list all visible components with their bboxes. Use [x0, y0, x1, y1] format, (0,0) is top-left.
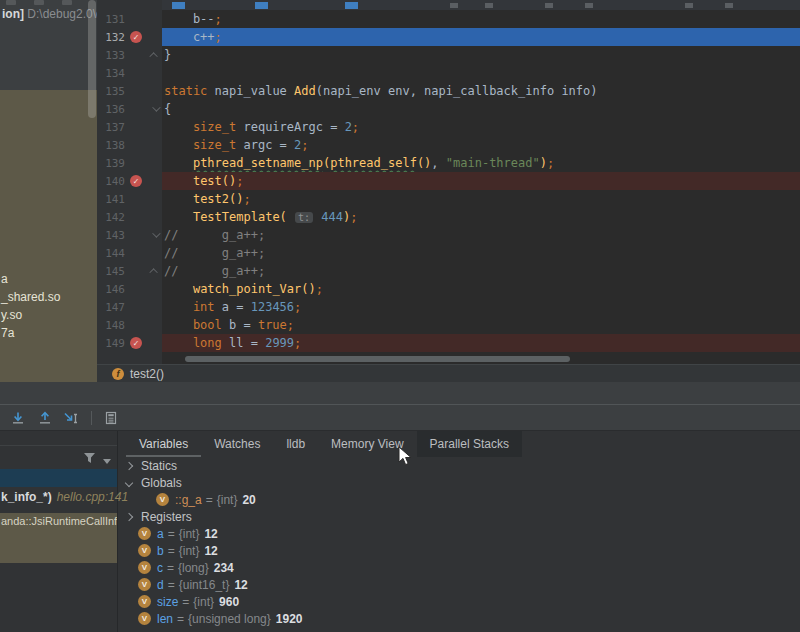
code-line[interactable]: 136{ [97, 100, 800, 118]
upload-icon[interactable] [37, 410, 53, 426]
breakpoint-icon[interactable]: ✓ [130, 337, 142, 349]
variable-row[interactable]: Vsize={int}960 [119, 593, 800, 610]
code-token: "main-thread" [446, 156, 540, 170]
variable-row[interactable]: Vlen={unsigned long}1920 [119, 610, 800, 627]
tree-section-globals[interactable]: Globals [119, 474, 800, 491]
horizontal-scrollbar[interactable] [185, 356, 570, 362]
variable-row[interactable]: V::g_a={int}20 [119, 491, 800, 508]
code-token: c++ [164, 30, 215, 44]
line-number[interactable]: 144 [97, 247, 125, 260]
code-editor[interactable]: 131 b--;132✓ c++;133}134135static napi_v… [97, 0, 800, 382]
fold-gutter[interactable] [147, 268, 162, 274]
code-token: 444 [314, 210, 343, 224]
tab-variables[interactable]: Variables [126, 431, 201, 457]
evaluate-grid-icon[interactable] [103, 410, 119, 426]
code-text: static napi_value Add(napi_env env, napi… [162, 82, 800, 100]
fold-marker-icon[interactable] [149, 268, 157, 276]
chevron-right-icon[interactable] [125, 461, 133, 469]
scrollbar-thumb[interactable] [88, 0, 96, 118]
code-token: napi_value [207, 84, 294, 98]
function-icon: f [112, 368, 124, 380]
code-line[interactable]: 138 size_t argc = 2; [97, 136, 800, 154]
breakpoint-icon[interactable]: ✓ [130, 175, 142, 187]
breakpoint-gutter[interactable]: ✓ [125, 337, 147, 349]
fold-gutter[interactable] [147, 52, 162, 58]
library-list-item[interactable]: _shared.so [0, 288, 97, 306]
code-token: () [417, 156, 431, 170]
line-number[interactable]: 138 [97, 139, 125, 152]
code-line[interactable]: 147 int a = 123456; [97, 298, 800, 316]
fold-marker-icon[interactable] [149, 52, 157, 60]
breakpoint-gutter[interactable]: ✓ [125, 175, 147, 187]
line-number[interactable]: 142 [97, 211, 125, 224]
chevron-down-icon[interactable] [125, 478, 133, 486]
breakpoint-gutter[interactable]: ✓ [125, 31, 147, 43]
line-number[interactable]: 148 [97, 319, 125, 332]
tab-parallel-stacks[interactable]: Parallel Stacks [417, 431, 522, 457]
chevron-right-icon[interactable] [125, 512, 133, 520]
line-number[interactable]: 133 [97, 49, 125, 62]
line-number[interactable]: 143 [97, 229, 125, 242]
code-line[interactable]: 145// g_a++; [97, 262, 800, 280]
code-token: pthread_self [330, 156, 417, 170]
code-token [164, 192, 193, 206]
line-number[interactable]: 149 [97, 337, 125, 350]
line-number[interactable]: 131 [97, 13, 125, 26]
code-line[interactable]: 134 [97, 64, 800, 82]
breakpoint-icon[interactable]: ✓ [130, 31, 142, 43]
tab-watches[interactable]: Watches [201, 431, 273, 457]
code-line[interactable]: 143// g_a++; [97, 226, 800, 244]
code-line[interactable]: 149✓ long ll = 2999; [97, 334, 800, 352]
variable-row[interactable]: Vd={uint16_t}12 [119, 576, 800, 593]
tab-lldb[interactable]: lldb [273, 431, 318, 457]
code-line[interactable]: 142 TestTemplate( t: 444); [97, 208, 800, 226]
code-line[interactable]: 141 test2(); [97, 190, 800, 208]
code-line[interactable]: 144// g_a++; [97, 244, 800, 262]
variable-value: 12 [234, 578, 247, 592]
fold-gutter[interactable] [147, 106, 162, 112]
fold-gutter[interactable] [147, 232, 162, 238]
frame-row[interactable]: k_info_*)hello.cpp:141 [1, 490, 128, 504]
chevron-down-icon[interactable] [103, 450, 111, 468]
line-number[interactable]: 137 [97, 121, 125, 134]
code-line[interactable]: 140✓ test(); [97, 172, 800, 190]
line-number[interactable]: 140 [97, 175, 125, 188]
line-number[interactable]: 134 [97, 67, 125, 80]
line-number[interactable]: 139 [97, 157, 125, 170]
line-number[interactable]: 135 [97, 85, 125, 98]
library-list-item[interactable]: 7a [0, 324, 97, 342]
loaded-libraries-popup: a_shared.soy.so7a [0, 90, 97, 384]
fold-marker-icon[interactable] [152, 103, 160, 111]
run-to-cursor-icon[interactable] [64, 410, 80, 426]
selection-fragment [255, 2, 268, 9]
variable-name: d [157, 578, 164, 592]
variable-value: 234 [214, 561, 234, 575]
variable-row[interactable]: Vc={long}234 [119, 559, 800, 576]
variable-row[interactable]: Vb={int}12 [119, 542, 800, 559]
tree-section-registers[interactable]: Registers [119, 508, 800, 525]
selected-frame-row[interactable] [0, 469, 117, 487]
code-line[interactable]: 135static napi_value Add(napi_env env, n… [97, 82, 800, 100]
library-list-item[interactable]: a [0, 270, 97, 288]
line-number[interactable]: 141 [97, 193, 125, 206]
line-number[interactable]: 132 [97, 31, 125, 44]
equals-sign: = [182, 595, 189, 609]
filter-icon[interactable] [83, 450, 96, 468]
variable-row[interactable]: Va={int}12 [119, 525, 800, 542]
line-number[interactable]: 147 [97, 301, 125, 314]
code-line[interactable]: 131 b--; [97, 10, 800, 28]
library-list-item[interactable]: y.so [0, 306, 97, 324]
code-line[interactable]: 139 pthread_setname_np(pthread_self(), "… [97, 154, 800, 172]
code-line[interactable]: 137 size_t requireArgc = 2; [97, 118, 800, 136]
code-line[interactable]: 148 bool b = true; [97, 316, 800, 334]
code-line[interactable]: 146 watch_point_Var(); [97, 280, 800, 298]
line-number[interactable]: 136 [97, 103, 125, 116]
line-number[interactable]: 146 [97, 283, 125, 296]
line-number[interactable]: 145 [97, 265, 125, 278]
download-icon[interactable] [10, 410, 26, 426]
code-line[interactable]: 133} [97, 46, 800, 64]
variable-icon: V [138, 595, 151, 608]
code-line[interactable]: 132✓ c++; [97, 28, 800, 46]
tree-section-statics[interactable]: Statics [119, 457, 800, 474]
fold-marker-icon[interactable] [152, 229, 160, 237]
